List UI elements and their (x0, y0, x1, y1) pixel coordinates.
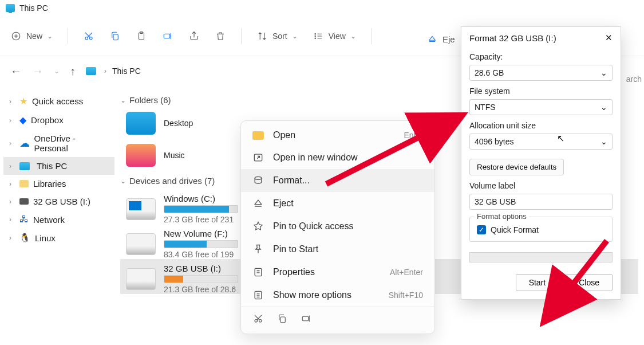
sidebar-item-libraries[interactable]: ›Libraries (3, 175, 114, 193)
cut-icon[interactable] (252, 313, 264, 324)
breadcrumb-thispc[interactable]: This PC (112, 66, 141, 76)
group-title: Format options (475, 212, 529, 221)
sidebar-item-usb[interactable]: ›32 GB USB (I:) (3, 193, 114, 210)
sidebar-label: Linux (35, 233, 56, 243)
chevron-down-icon: ⌄ (350, 32, 356, 40)
start-button[interactable]: Start (516, 274, 559, 291)
close-button[interactable]: Close (566, 274, 613, 291)
usb-drive-icon (19, 198, 29, 205)
cut-icon[interactable] (83, 30, 94, 42)
storage-bar (164, 275, 238, 283)
dialog-titlebar: Format 32 GB USB (I:) ✕ (461, 27, 621, 48)
drive-name: 32 GB USB (I:) (164, 264, 238, 273)
ctx-eject[interactable]: Eject (241, 192, 434, 215)
view-button[interactable]: View ⌄ (313, 30, 356, 42)
open-new-window-icon (252, 152, 264, 163)
storage-bar (164, 205, 238, 213)
eject-icon (426, 33, 438, 45)
sidebar-item-quick-access[interactable]: ›★Quick access (3, 92, 114, 111)
chevron-down-icon[interactable]: ⌄ (54, 67, 60, 75)
checkbox-checked-icon: ✓ (477, 225, 486, 234)
ctx-show-more[interactable]: Show more options Shift+F10 (241, 284, 434, 307)
search-placeholder: arch (626, 75, 642, 84)
sidebar-item-linux[interactable]: ›🐧Linux (3, 229, 114, 247)
select-value: 4096 bytes (475, 137, 514, 146)
sidebar-label: Quick access (32, 96, 83, 106)
drive-name: New Volume (F:) (164, 229, 238, 238)
eject-label: Eje (442, 34, 455, 44)
chevron-right-icon: › (104, 67, 106, 75)
sidebar-item-dropbox[interactable]: ›◆Dropbox (3, 111, 114, 130)
ctx-label: Show more options (273, 290, 351, 300)
title-bar: This PC (0, 0, 644, 16)
progress-bar (469, 252, 613, 262)
rename-icon[interactable] (301, 313, 312, 324)
ctx-pin-quick[interactable]: Pin to Quick access (241, 215, 434, 238)
ctx-pin-start[interactable]: Pin to Start (241, 238, 434, 261)
sidebar-label: This PC (37, 161, 67, 171)
eject-icon (252, 198, 264, 209)
ctx-open-new-window[interactable]: Open in new window (241, 146, 434, 169)
svg-point-7 (315, 33, 316, 34)
ctx-label: Properties (273, 267, 315, 277)
context-menu: Open Enter Open in new window Format... … (240, 120, 435, 334)
chevron-down-icon: ⌄ (292, 32, 298, 40)
share-icon[interactable] (188, 30, 200, 42)
restore-defaults-button[interactable]: Restore device defaults (469, 159, 564, 175)
capacity-select[interactable]: 28.6 GB⌄ (469, 65, 613, 81)
ctx-open[interactable]: Open Enter (241, 124, 434, 146)
eject-button[interactable]: Eje (426, 33, 455, 45)
svg-rect-12 (255, 268, 262, 276)
sort-button[interactable]: Sort ⌄ (256, 30, 298, 42)
allocation-select[interactable]: 4096 bytes⌄ (469, 134, 613, 150)
chevron-down-icon: ⌄ (600, 68, 607, 77)
copy-icon[interactable] (109, 30, 121, 42)
sidebar-label: 32 GB USB (I:) (33, 197, 90, 206)
music-folder-icon (126, 144, 156, 167)
more-options-icon (252, 289, 264, 301)
ctx-shortcut: Shift+F10 (389, 291, 423, 300)
new-label: New (26, 32, 42, 41)
copy-icon[interactable] (276, 313, 288, 324)
delete-icon[interactable] (215, 30, 226, 42)
network-icon: 🖧 (19, 214, 29, 225)
storage-bar (164, 240, 238, 248)
nav-up[interactable]: ↑ (70, 65, 76, 78)
sidebar-label: Libraries (33, 179, 66, 189)
capacity-label: Capacity: (469, 52, 613, 61)
svg-rect-3 (113, 34, 118, 40)
nav-forward[interactable]: → (32, 65, 44, 78)
folder-icon (252, 131, 264, 140)
filesystem-select[interactable]: NTFS⌄ (469, 99, 613, 115)
sidebar-item-network[interactable]: ›🖧Network (3, 210, 114, 229)
usb-drive-icon (126, 268, 156, 290)
ctx-properties[interactable]: Properties Alt+Enter (241, 261, 434, 284)
new-button[interactable]: New ⌄ (10, 30, 53, 42)
window-title: This PC (19, 3, 48, 13)
thispc-icon (86, 67, 96, 75)
sidebar-label: Network (33, 215, 65, 225)
svg-point-8 (315, 36, 316, 37)
svg-rect-16 (280, 317, 285, 323)
ctx-shortcut: Enter (404, 131, 423, 140)
sort-label: Sort (272, 32, 287, 41)
drive-sub: 83.4 GB free of 199 (164, 250, 238, 259)
rename-icon[interactable] (162, 30, 173, 42)
ctx-label: Pin to Start (273, 244, 318, 254)
ctx-format[interactable]: Format... (241, 169, 434, 192)
close-icon[interactable]: ✕ (605, 33, 613, 43)
section-title: Folders (6) (129, 95, 171, 105)
sidebar-item-thispc[interactable]: ›This PC (3, 157, 114, 175)
paste-icon[interactable] (136, 30, 147, 42)
dropbox-icon: ◆ (19, 115, 26, 126)
sidebar-item-onedrive[interactable]: ›☁OneDrive - Personal (3, 130, 114, 157)
drive-icon (126, 198, 156, 220)
ctx-shortcut: Alt+Enter (390, 268, 423, 277)
quick-format-checkbox[interactable]: ✓ Quick Format (477, 225, 605, 234)
separator (68, 28, 68, 44)
view-icon (313, 30, 324, 42)
volume-label-input[interactable]: 32 GB USB (469, 194, 613, 210)
volume-label-label: Volume label (469, 181, 613, 190)
nav-back[interactable]: ← (10, 65, 22, 78)
ctx-label: Open in new window (273, 152, 358, 163)
